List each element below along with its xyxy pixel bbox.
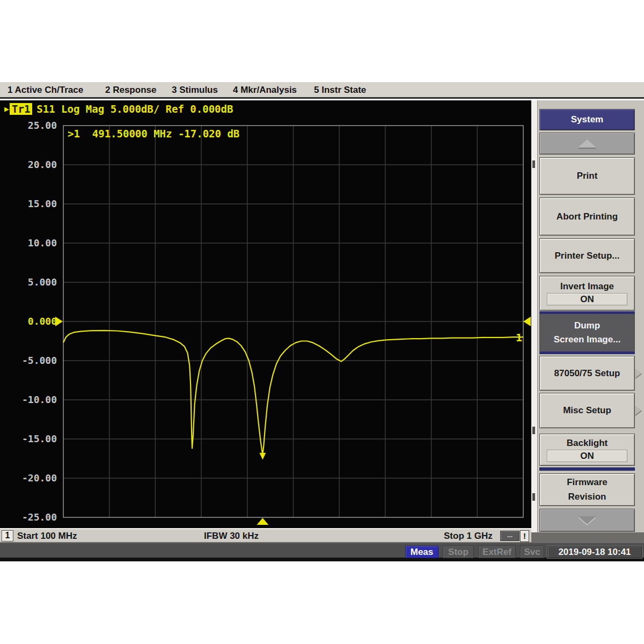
y-axis-label: 25.00 xyxy=(28,120,57,131)
status-meas[interactable]: Meas xyxy=(405,546,438,558)
channel-number-badge: 1 xyxy=(2,530,13,541)
rail-tick xyxy=(532,160,535,168)
print-label: Print xyxy=(577,171,598,181)
menu-title-text: System xyxy=(571,114,603,125)
y-axis-label: -25.00 xyxy=(22,511,57,523)
abort-printing-button[interactable]: Abort Printing xyxy=(539,197,635,236)
status-extref: ExtRef xyxy=(478,546,516,558)
menu-instr-state[interactable]: 5 Instr State xyxy=(314,85,366,96)
trace-status-line: ▶ Tr1 S11 Log Mag 5.000dB/ Ref 0.000dB xyxy=(4,103,233,115)
scroll-up-button[interactable] xyxy=(539,133,635,155)
menu-mkr-analysis[interactable]: 4 Mkr/Analysis xyxy=(233,85,297,96)
backlight-state: ON xyxy=(547,450,627,462)
dump-screen-image-button[interactable]: Dump Screen Image... xyxy=(539,311,635,354)
rail-tick xyxy=(532,493,535,501)
lcd-screen: 25.0020.0015.0010.005.0000.000-5.000-10.… xyxy=(0,100,531,543)
rail-tick xyxy=(532,427,535,434)
invert-image-state: ON xyxy=(547,293,627,305)
y-axis-label: -5.000 xyxy=(22,355,57,366)
y-axis-label: 0.000 xyxy=(28,316,57,327)
status-svc: Svc xyxy=(520,546,544,558)
softkey-rail xyxy=(531,100,538,532)
firmware-label-line2: Revision xyxy=(568,490,606,504)
scroll-down-button[interactable] xyxy=(539,509,635,532)
menu-response[interactable]: 2 Response xyxy=(105,85,156,96)
alert-button[interactable]: ! xyxy=(520,530,529,542)
stop-frequency-label[interactable]: Stop 1 GHz xyxy=(444,531,493,541)
channel-status-bar: 1 Start 100 MHz IFBW 30 kHz Stop 1 GHz .… xyxy=(0,528,531,543)
ifbw-label[interactable]: IFBW 30 kHz xyxy=(204,531,259,541)
marker-readout: >1 491.50000 MHz -17.020 dB xyxy=(68,128,239,140)
backlight-button[interactable]: Backlight ON xyxy=(539,434,635,466)
y-axis-label: -10.00 xyxy=(22,394,57,405)
marker-1-stimulus-icon[interactable] xyxy=(257,518,268,525)
printer-setup-label: Printer Setup... xyxy=(555,251,620,261)
instrument-screenshot: 1 Active Ch/Trace 2 Response 3 Stimulus … xyxy=(0,0,644,644)
trace-end-number: 1 xyxy=(516,331,522,344)
firmware-revision-button[interactable]: Firmware Revision xyxy=(539,473,635,506)
menu-separator xyxy=(539,467,635,471)
y-axis-label: -20.00 xyxy=(22,472,57,484)
status-stop: Stop xyxy=(443,546,474,558)
submenu-arrow-icon xyxy=(635,369,641,378)
more-options-button[interactable]: ... xyxy=(500,531,519,541)
firmware-label-line1: Firmware xyxy=(567,475,608,489)
misc-setup-label: Misc Setup xyxy=(563,405,611,416)
menu-stimulus[interactable]: 3 Stimulus xyxy=(172,85,218,96)
dump-label-line1: Dump xyxy=(574,319,600,333)
menu-bar: 1 Active Ch/Trace 2 Response 3 Stimulus … xyxy=(0,82,644,99)
status-datetime: 2019-09-18 10:41 xyxy=(547,546,642,558)
y-axis-label: 15.00 xyxy=(28,198,57,209)
trace-format-text: S11 Log Mag 5.000dB/ Ref 0.000dB xyxy=(36,103,233,115)
y-axis-label: 10.00 xyxy=(28,237,57,248)
87050-75-setup-label: 87050/75 Setup xyxy=(554,368,620,379)
87050-75-setup-button[interactable]: 87050/75 Setup xyxy=(539,356,635,391)
ref-level-marker-left-icon[interactable] xyxy=(55,317,63,326)
instrument-status-bar: Meas Stop ExtRef Svc 2019-09-18 10:41 xyxy=(0,543,644,561)
softkey-menu: System Print Abort Printing Printer Setu… xyxy=(531,100,644,543)
backlight-label: Backlight xyxy=(567,438,608,449)
trace-id-badge[interactable]: Tr1 xyxy=(10,103,32,115)
active-trace-arrow-icon: ▶ xyxy=(4,104,9,114)
invert-image-button[interactable]: Invert Image ON xyxy=(539,276,635,311)
y-axis-label: 5.000 xyxy=(28,276,57,288)
softkey-menu-title: System xyxy=(539,109,635,130)
abort-printing-label: Abort Printing xyxy=(557,211,618,222)
print-button[interactable]: Print xyxy=(539,157,635,195)
dump-label-line2: Screen Image... xyxy=(554,333,621,347)
misc-setup-button[interactable]: Misc Setup xyxy=(539,393,635,428)
printer-setup-button[interactable]: Printer Setup... xyxy=(539,238,635,273)
submenu-arrow-icon xyxy=(635,406,641,415)
down-arrow-icon xyxy=(578,516,596,524)
s11-plot: 25.0020.0015.0010.005.0000.000-5.000-10.… xyxy=(0,100,531,543)
menu-bottom-strip xyxy=(531,532,644,543)
up-arrow-icon xyxy=(578,140,596,148)
start-frequency-label[interactable]: Start 100 MHz xyxy=(17,531,77,541)
y-axis-label: 20.00 xyxy=(28,159,57,170)
y-axis-label: -15.00 xyxy=(22,433,57,444)
marker-1-icon[interactable] xyxy=(259,453,266,460)
menu-active-ch-trace[interactable]: 1 Active Ch/Trace xyxy=(8,85,83,96)
invert-image-label: Invert Image xyxy=(560,281,614,292)
ref-level-marker-right-icon[interactable] xyxy=(523,317,531,326)
